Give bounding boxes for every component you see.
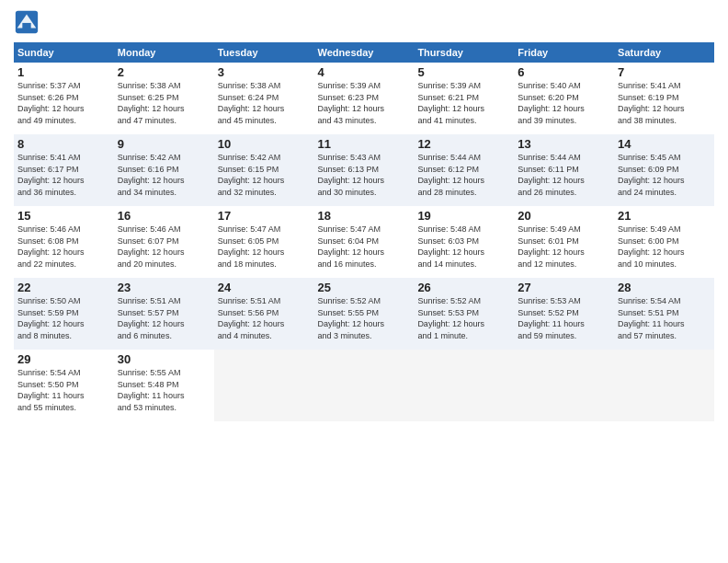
calendar-page: SundayMondayTuesdayWednesdayThursdayFrid… — [0, 0, 728, 563]
day-number: 5 — [417, 65, 510, 79]
weekday-tuesday: Tuesday — [214, 42, 314, 63]
day-number: 26 — [417, 281, 510, 294]
week-row-1: 1Sunrise: 5:37 AM Sunset: 6:26 PM Daylig… — [14, 63, 714, 134]
calendar-cell: 30Sunrise: 5:55 AM Sunset: 5:48 PM Dayli… — [114, 350, 214, 421]
calendar-cell: 3Sunrise: 5:38 AM Sunset: 6:24 PM Daylig… — [214, 63, 314, 134]
weekday-sunday: Sunday — [14, 42, 114, 63]
week-row-4: 22Sunrise: 5:50 AM Sunset: 5:59 PM Dayli… — [14, 278, 714, 350]
day-number: 25 — [318, 281, 411, 294]
calendar-cell: 17Sunrise: 5:47 AM Sunset: 6:05 PM Dayli… — [214, 206, 314, 278]
day-number: 28 — [618, 281, 711, 294]
svg-rect-2 — [22, 23, 30, 29]
day-info: Sunrise: 5:39 AM Sunset: 6:21 PM Dayligh… — [417, 80, 510, 126]
day-info: Sunrise: 5:38 AM Sunset: 6:24 PM Dayligh… — [218, 80, 311, 126]
day-number: 11 — [318, 137, 411, 151]
calendar-cell: 13Sunrise: 5:44 AM Sunset: 6:11 PM Dayli… — [514, 134, 614, 206]
day-info: Sunrise: 5:46 AM Sunset: 6:08 PM Dayligh… — [17, 224, 110, 270]
calendar-cell — [614, 350, 714, 421]
calendar-cell: 20Sunrise: 5:49 AM Sunset: 6:01 PM Dayli… — [514, 206, 614, 278]
weekday-header-row: SundayMondayTuesdayWednesdayThursdayFrid… — [14, 42, 714, 63]
day-number: 29 — [17, 352, 110, 366]
day-number: 12 — [417, 137, 510, 151]
weekday-monday: Monday — [114, 42, 214, 63]
day-number: 3 — [218, 65, 311, 79]
logo — [14, 9, 43, 35]
day-number: 4 — [318, 65, 411, 79]
day-number: 13 — [518, 137, 610, 151]
calendar-cell: 28Sunrise: 5:54 AM Sunset: 5:51 PM Dayli… — [614, 278, 714, 350]
day-number: 7 — [618, 65, 711, 79]
day-info: Sunrise: 5:43 AM Sunset: 6:13 PM Dayligh… — [318, 152, 411, 198]
calendar-cell: 23Sunrise: 5:51 AM Sunset: 5:57 PM Dayli… — [114, 278, 214, 350]
day-info: Sunrise: 5:52 AM Sunset: 5:55 PM Dayligh… — [318, 295, 411, 341]
day-number: 22 — [17, 281, 110, 294]
day-info: Sunrise: 5:47 AM Sunset: 6:04 PM Dayligh… — [318, 224, 411, 270]
day-info: Sunrise: 5:53 AM Sunset: 5:52 PM Dayligh… — [518, 295, 610, 341]
weekday-wednesday: Wednesday — [314, 42, 415, 63]
calendar-cell: 29Sunrise: 5:54 AM Sunset: 5:50 PM Dayli… — [14, 350, 114, 421]
day-number: 9 — [118, 137, 210, 151]
day-info: Sunrise: 5:44 AM Sunset: 6:11 PM Dayligh… — [518, 152, 610, 198]
calendar-cell: 5Sunrise: 5:39 AM Sunset: 6:21 PM Daylig… — [414, 63, 514, 134]
day-number: 30 — [118, 352, 210, 366]
day-info: Sunrise: 5:45 AM Sunset: 6:09 PM Dayligh… — [618, 152, 711, 198]
calendar-cell: 16Sunrise: 5:46 AM Sunset: 6:07 PM Dayli… — [114, 206, 214, 278]
day-info: Sunrise: 5:47 AM Sunset: 6:05 PM Dayligh… — [218, 224, 311, 270]
day-info: Sunrise: 5:41 AM Sunset: 6:19 PM Dayligh… — [618, 80, 711, 126]
day-info: Sunrise: 5:54 AM Sunset: 5:51 PM Dayligh… — [618, 295, 711, 341]
day-info: Sunrise: 5:52 AM Sunset: 5:53 PM Dayligh… — [417, 295, 510, 341]
week-row-2: 8Sunrise: 5:41 AM Sunset: 6:17 PM Daylig… — [14, 134, 714, 206]
day-number: 10 — [218, 137, 311, 151]
weekday-thursday: Thursday — [414, 42, 514, 63]
calendar-cell — [214, 350, 314, 421]
header — [14, 9, 714, 35]
day-number: 21 — [618, 209, 711, 223]
calendar-cell: 11Sunrise: 5:43 AM Sunset: 6:13 PM Dayli… — [314, 134, 415, 206]
calendar-cell: 26Sunrise: 5:52 AM Sunset: 5:53 PM Dayli… — [414, 278, 514, 350]
calendar-cell: 27Sunrise: 5:53 AM Sunset: 5:52 PM Dayli… — [514, 278, 614, 350]
weekday-friday: Friday — [514, 42, 614, 63]
calendar-cell: 19Sunrise: 5:48 AM Sunset: 6:03 PM Dayli… — [414, 206, 514, 278]
day-info: Sunrise: 5:44 AM Sunset: 6:12 PM Dayligh… — [417, 152, 510, 198]
calendar-cell: 7Sunrise: 5:41 AM Sunset: 6:19 PM Daylig… — [614, 63, 714, 134]
calendar-cell: 14Sunrise: 5:45 AM Sunset: 6:09 PM Dayli… — [614, 134, 714, 206]
calendar-cell: 18Sunrise: 5:47 AM Sunset: 6:04 PM Dayli… — [314, 206, 415, 278]
calendar-cell — [414, 350, 514, 421]
calendar-cell: 21Sunrise: 5:49 AM Sunset: 6:00 PM Dayli… — [614, 206, 714, 278]
day-info: Sunrise: 5:41 AM Sunset: 6:17 PM Dayligh… — [17, 152, 110, 198]
calendar-cell: 15Sunrise: 5:46 AM Sunset: 6:08 PM Dayli… — [14, 206, 114, 278]
calendar-cell: 1Sunrise: 5:37 AM Sunset: 6:26 PM Daylig… — [14, 63, 114, 134]
day-info: Sunrise: 5:55 AM Sunset: 5:48 PM Dayligh… — [118, 367, 210, 413]
day-number: 1 — [17, 65, 110, 79]
day-info: Sunrise: 5:51 AM Sunset: 5:57 PM Dayligh… — [118, 295, 210, 341]
calendar-cell: 8Sunrise: 5:41 AM Sunset: 6:17 PM Daylig… — [14, 134, 114, 206]
calendar-cell: 22Sunrise: 5:50 AM Sunset: 5:59 PM Dayli… — [14, 278, 114, 350]
logo-icon — [14, 9, 40, 35]
day-info: Sunrise: 5:51 AM Sunset: 5:56 PM Dayligh… — [218, 295, 311, 341]
week-row-5: 29Sunrise: 5:54 AM Sunset: 5:50 PM Dayli… — [14, 350, 714, 421]
calendar-table: SundayMondayTuesdayWednesdayThursdayFrid… — [14, 42, 714, 421]
calendar-cell: 9Sunrise: 5:42 AM Sunset: 6:16 PM Daylig… — [114, 134, 214, 206]
day-info: Sunrise: 5:50 AM Sunset: 5:59 PM Dayligh… — [17, 295, 110, 341]
day-number: 18 — [318, 209, 411, 223]
calendar-cell: 6Sunrise: 5:40 AM Sunset: 6:20 PM Daylig… — [514, 63, 614, 134]
day-number: 17 — [218, 209, 311, 223]
day-number: 20 — [518, 209, 610, 223]
day-info: Sunrise: 5:39 AM Sunset: 6:23 PM Dayligh… — [318, 80, 411, 126]
day-number: 23 — [118, 281, 210, 294]
weekday-saturday: Saturday — [614, 42, 714, 63]
day-info: Sunrise: 5:49 AM Sunset: 6:00 PM Dayligh… — [618, 224, 711, 270]
calendar-cell: 2Sunrise: 5:38 AM Sunset: 6:25 PM Daylig… — [114, 63, 214, 134]
calendar-cell: 12Sunrise: 5:44 AM Sunset: 6:12 PM Dayli… — [414, 134, 514, 206]
day-number: 27 — [518, 281, 610, 294]
day-info: Sunrise: 5:48 AM Sunset: 6:03 PM Dayligh… — [417, 224, 510, 270]
calendar-cell: 4Sunrise: 5:39 AM Sunset: 6:23 PM Daylig… — [314, 63, 415, 134]
day-info: Sunrise: 5:49 AM Sunset: 6:01 PM Dayligh… — [518, 224, 610, 270]
day-info: Sunrise: 5:40 AM Sunset: 6:20 PM Dayligh… — [518, 80, 610, 126]
day-info: Sunrise: 5:37 AM Sunset: 6:26 PM Dayligh… — [17, 80, 110, 126]
day-number: 6 — [518, 65, 610, 79]
day-number: 24 — [218, 281, 311, 294]
day-info: Sunrise: 5:42 AM Sunset: 6:15 PM Dayligh… — [218, 152, 311, 198]
day-number: 16 — [118, 209, 210, 223]
calendar-header: SundayMondayTuesdayWednesdayThursdayFrid… — [14, 42, 714, 63]
